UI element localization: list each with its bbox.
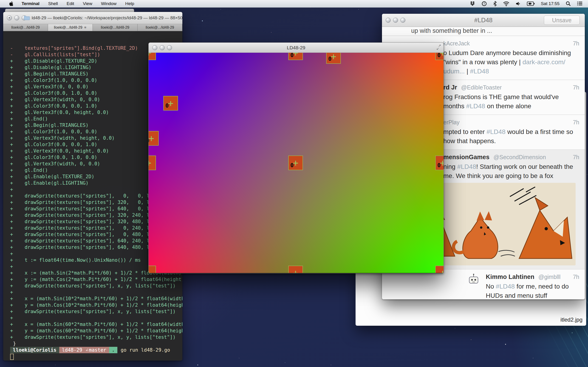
tweet-author-name[interactable]: rd Jr — [443, 84, 457, 91]
minimize-button[interactable] — [14, 15, 19, 20]
tab-activity-spinner-icon: ✳ — [84, 25, 87, 30]
time-machine-icon[interactable] — [481, 1, 487, 6]
terminal-line: + drawSprite(textures["sprites"], x, y, … — [10, 334, 182, 340]
game-sprite: + 0 — [288, 266, 303, 273]
filename-label: itled2.jpg — [561, 317, 582, 323]
crosshair-icon: + — [149, 156, 156, 170]
game-sprite: + 0 — [288, 53, 303, 60]
game-sprite: + 0 — [326, 53, 341, 64]
menu-bar-clock[interactable]: Sat 17:55 — [541, 1, 560, 6]
bluetooth-icon[interactable] — [493, 1, 497, 6]
game-window-title: LD48-29 — [149, 45, 443, 50]
terminal-cursor[interactable] — [10, 354, 14, 360]
terminal-line: + — [10, 289, 182, 295]
tweet-fragment: up with something better in ... — [382, 27, 585, 36]
terminal-line: } — [10, 340, 182, 347]
sprite-label: 0 — [328, 56, 331, 62]
battery-icon[interactable] — [527, 1, 535, 6]
game-sprite: + 0 — [288, 156, 303, 170]
twitter-title-bar[interactable]: #LD48 Unsave — [382, 14, 585, 27]
sprite-label: 0 — [290, 272, 294, 273]
close-button[interactable] — [7, 15, 12, 20]
tweet-author-handle[interactable]: erPlay — [443, 119, 460, 125]
spotlight-icon[interactable] — [566, 1, 571, 6]
notification-center-icon[interactable] — [577, 1, 583, 6]
desktop: Terminal ShellEditViewWindowHelp — [0, 0, 588, 367]
terminal-tab[interactable]: lloeki@.../ld48-29✳ — [3, 24, 48, 31]
tweet-row[interactable]: Kimmo Lahtinen @gimblll 7h No #LD48 for … — [382, 269, 585, 299]
crosshair-icon: + — [149, 266, 156, 273]
tweet-timestamp: 7h — [573, 84, 579, 91]
tweet-author-name[interactable]: Kimmo Lahtinen — [486, 273, 535, 280]
zoom-button[interactable] — [22, 15, 27, 20]
apple-menu-icon[interactable] — [9, 1, 14, 6]
shell-prompt: lloeki@Coriolisld48-29∠master.go run ld4… — [10, 347, 182, 353]
game-sprite: + 0 — [163, 96, 178, 110]
tweet-author-handle[interactable]: @SecondDimension — [493, 154, 546, 160]
terminal-line: + y = (math.Cos(10*2*math.Pi*t/60) + 1)/… — [10, 302, 182, 308]
sprite-label: 0 — [290, 53, 294, 58]
close-button[interactable] — [152, 45, 157, 50]
tweet-author-name[interactable]: mensionGames — [443, 154, 489, 161]
terminal-tab[interactable]: lloeki@.../ld48-29✳ — [138, 24, 182, 31]
game-sprite: + 0 — [435, 53, 443, 60]
terminal-line: + drawSprite(textures["sprites"], x, y, … — [10, 308, 182, 315]
crosshair-icon: + — [435, 266, 443, 273]
zoom-button[interactable] — [167, 45, 172, 50]
prompt-dir-branch-segment: ld48-29∠master — [59, 347, 109, 353]
crosshair-icon: + — [149, 131, 159, 146]
terminal-line: + drawSprite(textures["sprites"], x, y, … — [10, 283, 182, 289]
git-branch-icon: ∠ — [86, 347, 88, 353]
game-window: LD48-29 ↗↙ + 0 + 0 + 0 + 0 + — [148, 42, 444, 273]
tweet-author-handle[interactable]: @gimblll — [538, 274, 561, 280]
dropbox-icon[interactable] — [470, 1, 475, 6]
terminal-tab[interactable]: lloeki@.../ld48-29✳ — [93, 24, 138, 31]
tweet-timestamp: 7h — [573, 273, 579, 281]
menu-bar: Terminal ShellEditViewWindowHelp — [0, 0, 588, 8]
prompt-user-segment: lloeki@Coriolis — [10, 347, 59, 353]
menu-item[interactable]: Edit — [67, 1, 74, 6]
tweet-text: No #LD48 for me, need to do HUDs and men… — [486, 282, 585, 299]
terminal-title-bar[interactable]: ld48-29 — lloeki@Coriolis: ~/Workspace/p… — [3, 12, 182, 24]
terminal-line: + y = (math.Cos(60*2*math.Pi*t/60) + 1)/… — [10, 327, 182, 334]
menu-item[interactable]: View — [83, 1, 92, 6]
terminal-line: + y := (math.Cos(2*math.Pi*t/60) + 1)/2 … — [10, 276, 182, 283]
minimize-button[interactable] — [393, 18, 398, 23]
game-sprite: + 0 — [149, 131, 159, 146]
typed-command[interactable]: go run ld48-29.go — [121, 347, 170, 353]
sprite-label: 0 — [290, 162, 294, 169]
minimize-button[interactable] — [160, 45, 165, 50]
terminal-tab-bar: lloeki@.../ld48-29✳ lloeki@.../ld48-29✳ … — [3, 24, 182, 31]
wifi-icon[interactable] — [503, 1, 510, 6]
menu-item[interactable]: Shell — [48, 1, 58, 6]
tweet-timestamp: 7h — [573, 40, 579, 47]
tweet-text: rog Fractions is THE game that would'vem… — [443, 92, 585, 111]
game-title-bar[interactable]: LD48-29 ↗↙ — [149, 43, 443, 53]
menu-item-app[interactable]: Terminal — [22, 1, 40, 6]
sprite-label: 0 — [165, 102, 169, 109]
terminal-line: + x = (math.Sin(10*2*math.Pi*t/60) + 1)/… — [10, 295, 182, 302]
game-sprite: + 0 — [149, 53, 156, 60]
sprite-label: 0 — [437, 162, 441, 169]
terminal-line: + x = (math.Sin(60*2*math.Pi*t/60) + 1)/… — [10, 321, 182, 327]
crosshair-icon: + — [288, 266, 303, 273]
sprite-label: 0 — [437, 53, 441, 58]
close-button[interactable] — [386, 18, 391, 23]
menu-item[interactable]: Help — [125, 1, 134, 6]
tweet-author-handle[interactable]: @EdibleToaster — [461, 84, 502, 91]
game-sprite: + 0 — [435, 266, 443, 273]
sprite-label: 0 — [437, 272, 441, 273]
tweet-text: ning #LD48! Starting work on our beneath… — [443, 162, 585, 181]
volume-icon[interactable] — [516, 1, 521, 6]
menu-item[interactable]: Window — [101, 1, 117, 6]
tweet-timestamp: 7h — [573, 153, 579, 161]
tweet-author-handle[interactable]: kAcreJack — [443, 40, 470, 47]
game-sprite: + 0 — [149, 266, 156, 273]
game-canvas[interactable]: + 0 + 0 + 0 + 0 + 0 + 0 + — [149, 53, 443, 273]
terminal-tab[interactable]: lloeki@.../ld48-29✳ — [48, 24, 93, 31]
avatar[interactable] — [466, 273, 481, 287]
terminal-line: + — [10, 315, 182, 321]
zoom-button[interactable] — [400, 18, 405, 23]
fullscreen-icon[interactable]: ↗↙ — [436, 44, 441, 50]
unsave-button[interactable]: Unsave — [544, 16, 580, 25]
